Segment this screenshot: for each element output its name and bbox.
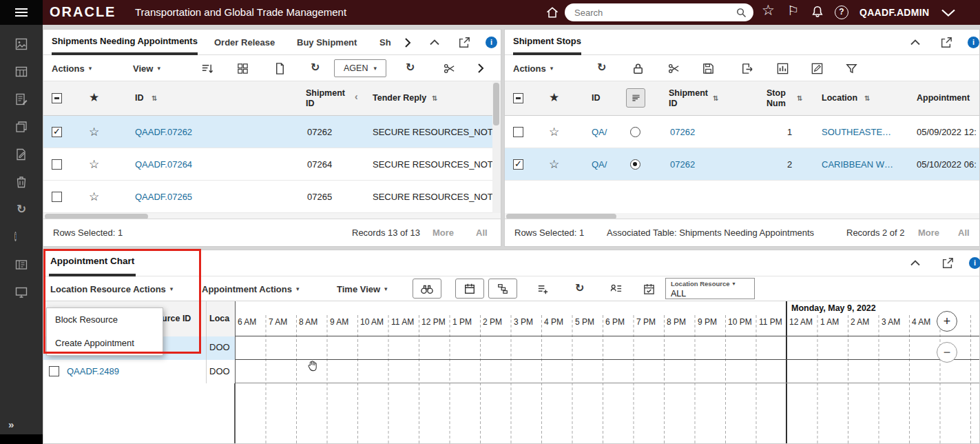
info-icon[interactable]: i (969, 257, 980, 269)
collapse-panel-icon[interactable] (910, 260, 921, 266)
appointment-actions-button[interactable]: Appointment Actions▾ (202, 276, 299, 301)
sidebar-copy-icon[interactable] (14, 120, 28, 134)
export-icon[interactable] (740, 62, 753, 75)
row-checkbox[interactable] (513, 159, 523, 170)
zoom-in-button[interactable]: + (937, 311, 957, 332)
resource-id-link[interactable]: QAADF.2489 (67, 366, 119, 376)
search-input[interactable] (574, 6, 730, 19)
star-column-header-icon[interactable]: ★ (549, 90, 559, 105)
user-menu-label[interactable]: QAADF.ADMIN (859, 7, 929, 18)
sort-icon[interactable]: ⇅ (713, 94, 718, 103)
notifications-bell-icon[interactable] (810, 5, 825, 20)
cut-icon[interactable] (443, 62, 456, 75)
search-box[interactable] (565, 3, 753, 21)
menu-item-block-resource[interactable]: Block Resource (47, 308, 163, 332)
time-view-button[interactable]: Time View▾ (337, 276, 388, 301)
location-link[interactable]: SOUTHEASTE… (822, 127, 891, 137)
open-in-new-window-icon[interactable] (940, 37, 952, 49)
star-column-header-icon[interactable]: ★ (89, 90, 99, 105)
location-link[interactable]: CARIBBEAN W… (822, 159, 893, 170)
help-icon[interactable]: ? (835, 6, 848, 19)
info-icon[interactable]: i (968, 37, 979, 48)
column-header-tender-reply[interactable]: Tender Reply (373, 93, 426, 103)
row-star-icon[interactable]: ☆ (89, 157, 99, 172)
row-checkbox[interactable] (52, 192, 62, 202)
row-checkbox[interactable] (513, 127, 523, 137)
refresh-icon[interactable]: ↻ (406, 61, 415, 74)
all-button[interactable]: All (476, 228, 488, 238)
open-in-new-window-icon[interactable] (941, 257, 954, 270)
sidebar-gallery-icon[interactable] (14, 37, 28, 51)
sidebar-table-icon[interactable] (14, 65, 28, 79)
row-radio-button[interactable] (630, 127, 640, 137)
column-header-appointment[interactable]: Appointment (917, 93, 970, 103)
column-header-resource-id[interactable]: urce ID (162, 314, 191, 324)
stop-id-link[interactable]: QA/ (592, 159, 607, 170)
collapse-panel-icon[interactable] (910, 39, 921, 46)
column-header-location[interactable]: Loca (209, 314, 229, 324)
collapse-column-chevron-icon[interactable]: ‹ (355, 91, 358, 103)
view-menu-button[interactable]: View▾ (133, 55, 160, 81)
edit-icon[interactable] (811, 62, 824, 75)
select-all-checkbox[interactable] (52, 93, 62, 103)
column-header-shipment-id[interactable]: Shipment ID (669, 88, 711, 109)
location-resource-actions-button[interactable]: Location Resource Actions▾ (50, 276, 173, 301)
row-star-icon[interactable]: ☆ (549, 125, 559, 139)
row-radio-button[interactable] (630, 159, 640, 170)
tab-truncated[interactable]: Sh (379, 30, 391, 55)
zoom-out-button[interactable]: − (937, 342, 957, 363)
expand-sidebar-icon[interactable]: » (8, 418, 12, 430)
all-button[interactable]: All (958, 228, 970, 238)
shipment-id-link[interactable]: 07262 (670, 127, 695, 137)
sidebar-document-edit-icon[interactable] (14, 148, 28, 161)
sort-icon[interactable]: ⇅ (432, 94, 437, 103)
sidebar-monitor-icon[interactable] (14, 285, 28, 299)
stop-id-link[interactable]: QA/ (592, 127, 607, 137)
favorites-icon[interactable]: ☆ (762, 3, 775, 18)
actions-menu-button[interactable]: Actions▾ (513, 55, 553, 81)
sidebar-card-icon[interactable] (14, 258, 28, 272)
calendar-view-button[interactable] (455, 279, 484, 299)
stop-list-toggle-button[interactable] (626, 88, 645, 108)
column-header-stop-num[interactable]: Stop Num (767, 88, 794, 109)
save-icon[interactable] (702, 62, 715, 75)
column-header-location[interactable]: Location (822, 93, 857, 103)
shipment-id-link[interactable]: 07262 (670, 159, 695, 170)
gantt-view-button[interactable] (488, 279, 517, 299)
reload-icon[interactable]: ↻ (311, 61, 320, 74)
sort-icon[interactable]: ⇅ (864, 94, 869, 103)
table-row[interactable]: ☆ QA/ 07262 1 SOUTHEASTE… 05/09/2022 12: (505, 116, 979, 148)
table-row[interactable]: ☆ QAADF.07264 07264 SECURE RESOURCES_NOT (43, 148, 501, 181)
flag-icon[interactable]: ⚐ (787, 3, 799, 19)
chart-icon[interactable] (776, 62, 789, 75)
lock-icon[interactable] (632, 62, 645, 75)
home-icon[interactable] (545, 6, 559, 19)
table-row[interactable]: ☆ QAADF.07265 07265 SECURE RESOURCES_NOT (43, 181, 501, 213)
table-row[interactable]: ☆ QA/ 07262 2 CARIBBEAN W… 05/10/2022 06… (505, 148, 979, 181)
location-resource-dropdown[interactable]: Location Resource▾ ALL (665, 278, 755, 299)
cut-icon[interactable] (667, 62, 680, 75)
tab-order-release[interactable]: Order Release (214, 30, 275, 55)
sidebar-edit-form-icon[interactable] (14, 92, 28, 106)
column-header-id[interactable]: ID (135, 93, 144, 103)
toolbar-overflow-chevron-icon[interactable] (477, 63, 484, 74)
sort-icon[interactable]: ⇅ (797, 94, 802, 103)
add-to-list-icon[interactable] (536, 283, 550, 296)
sidebar-info-icon[interactable]: i (14, 230, 28, 244)
shipment-id-link[interactable]: QAADF.07262 (135, 127, 192, 137)
tab-shipment-stops[interactable]: Shipment Stops (513, 30, 581, 55)
select-all-checkbox[interactable] (513, 93, 523, 103)
sort-list-icon[interactable] (200, 62, 213, 75)
sidebar-trash-icon[interactable] (14, 175, 28, 189)
sidebar-refresh-icon[interactable]: ↻ (14, 203, 28, 216)
document-icon[interactable] (273, 62, 286, 75)
row-star-icon[interactable]: ☆ (89, 125, 99, 139)
table-row[interactable]: ☆ QAADF.07262 07262 SECURE RESOURCES_NOT (43, 116, 501, 148)
row-checkbox[interactable] (52, 159, 62, 170)
renumber-grid-icon[interactable] (236, 62, 249, 75)
open-in-new-window-icon[interactable] (458, 37, 470, 49)
shipment-id-link[interactable]: QAADF.07265 (135, 192, 192, 202)
resource-roster-icon[interactable] (609, 283, 623, 296)
agent-dropdown[interactable]: AGEN▾ (334, 59, 386, 77)
hamburger-button[interactable] (0, 0, 43, 25)
